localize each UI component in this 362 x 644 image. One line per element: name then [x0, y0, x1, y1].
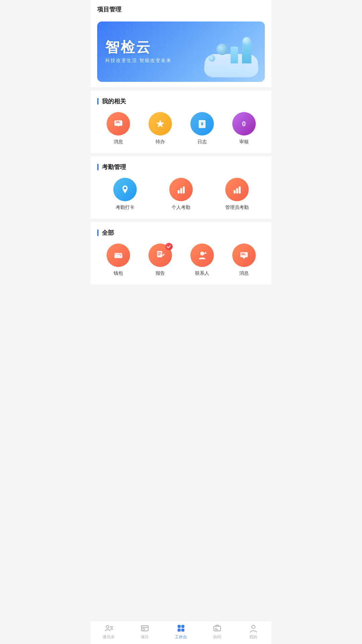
svg-rect-24 — [158, 253, 161, 253]
svg-rect-12 — [178, 190, 180, 194]
bar-chart-icon — [175, 184, 187, 195]
svg-rect-15 — [233, 190, 235, 194]
contact-icon — [196, 250, 208, 261]
admin-label: 管理员考勤 — [225, 205, 249, 211]
attendance-section: 考勤管理 考勤打卡 个人考勤 — [90, 156, 272, 219]
banner-subtitle: 科技改变生活 智能改变未来 — [105, 58, 172, 64]
all-grid: 钱包 报告 — [97, 244, 265, 276]
all-bar — [97, 229, 99, 236]
svg-rect-25 — [158, 254, 161, 254]
message-icon-circle — [107, 112, 130, 136]
message2-icon — [238, 250, 250, 261]
all-header: 全部 — [97, 229, 265, 237]
all-section: 全部 钱包 — [90, 222, 272, 284]
my-related-item-todo[interactable]: 待办 — [139, 112, 181, 145]
all-item-report[interactable]: 报告 — [139, 244, 181, 276]
my-related-grid: 消息 待办 ¥ 日志 0 审核 — [97, 112, 265, 145]
iso-ball — [243, 37, 251, 45]
personal-label: 个人考勤 — [172, 205, 190, 211]
svg-rect-13 — [180, 188, 182, 194]
all-item-message2[interactable]: 消息 — [223, 244, 265, 276]
all-item-wallet[interactable]: 钱包 — [97, 244, 139, 276]
star-icon — [155, 118, 166, 129]
svg-text:¥: ¥ — [200, 121, 203, 126]
review-icon-circle: 0 — [232, 112, 256, 136]
review-badge: 0 — [242, 120, 246, 128]
section-bar — [97, 98, 99, 105]
message-icon — [113, 118, 124, 129]
my-related-title: 我的相关 — [102, 97, 126, 105]
svg-rect-7 — [118, 125, 119, 126]
all-title: 全部 — [102, 229, 114, 237]
bar-chart-admin-icon — [231, 184, 243, 195]
report-icon-circle — [148, 244, 172, 267]
svg-rect-26 — [158, 255, 160, 255]
attendance-title: 考勤管理 — [102, 163, 126, 171]
message2-label: 消息 — [239, 270, 249, 276]
banner-wrapper: 智检云 科技改变生活 智能改变未来 — [90, 17, 272, 87]
message2-icon-circle — [232, 244, 256, 267]
attendance-item-admin[interactable]: 管理员考勤 — [209, 178, 265, 211]
attendance-header: 考勤管理 — [97, 163, 265, 171]
location-icon — [119, 184, 131, 195]
iso-tower2 — [231, 47, 238, 63]
contact-icon-circle — [190, 244, 214, 267]
todo-label: 待办 — [156, 139, 165, 145]
my-related-item-review[interactable]: 0 审核 — [223, 112, 265, 145]
checkin-icon-circle — [113, 178, 137, 201]
document-icon — [155, 250, 166, 261]
contact-label: 联系人 — [195, 270, 209, 276]
svg-rect-16 — [236, 188, 238, 194]
review-label: 审核 — [239, 139, 249, 145]
log-icon-circle: ¥ — [190, 112, 214, 136]
attendance-item-personal[interactable]: 个人考勤 — [153, 178, 209, 211]
message-label: 消息 — [114, 139, 123, 145]
svg-rect-14 — [183, 186, 185, 194]
banner-text: 智检云 科技改变生活 智能改变未来 — [105, 40, 172, 64]
check-icon — [167, 245, 171, 249]
log-label: 日志 — [197, 139, 207, 145]
wallet-icon — [113, 250, 124, 261]
page-title: 项目管理 — [97, 6, 121, 13]
personal-icon-circle — [169, 178, 193, 201]
checkin-label: 考勤打卡 — [116, 205, 134, 211]
svg-rect-5 — [116, 121, 119, 122]
my-related-item-log[interactable]: ¥ 日志 — [181, 112, 223, 145]
iso-sphere — [217, 44, 228, 55]
svg-rect-6 — [116, 122, 120, 123]
yen-icon: ¥ — [196, 118, 208, 129]
admin-icon-circle — [225, 178, 249, 201]
svg-rect-22 — [115, 254, 118, 256]
todo-icon-circle — [148, 112, 172, 136]
my-related-section: 我的相关 消息 — [90, 91, 272, 153]
svg-point-21 — [120, 255, 121, 256]
attendance-bar — [97, 164, 99, 170]
wallet-label: 钱包 — [114, 270, 123, 276]
svg-point-27 — [200, 252, 204, 256]
svg-marker-8 — [156, 120, 165, 127]
svg-point-11 — [124, 187, 126, 189]
banner-title: 智检云 — [105, 40, 172, 55]
all-item-contact[interactable]: 联系人 — [181, 244, 223, 276]
my-related-item-message[interactable]: 消息 — [97, 112, 139, 145]
iso-sphere2 — [208, 55, 215, 62]
wallet-icon-circle — [107, 244, 130, 267]
my-related-header: 我的相关 — [97, 97, 265, 105]
attendance-grid: 考勤打卡 个人考勤 管理员考勤 — [97, 178, 265, 211]
report-label: 报告 — [156, 270, 165, 276]
attendance-item-checkin[interactable]: 考勤打卡 — [97, 178, 153, 211]
report-badge — [165, 243, 173, 250]
page-header: 项目管理 — [90, 0, 272, 17]
svg-rect-17 — [239, 186, 241, 194]
banner[interactable]: 智检云 科技改变生活 智能改变未来 — [97, 21, 265, 82]
